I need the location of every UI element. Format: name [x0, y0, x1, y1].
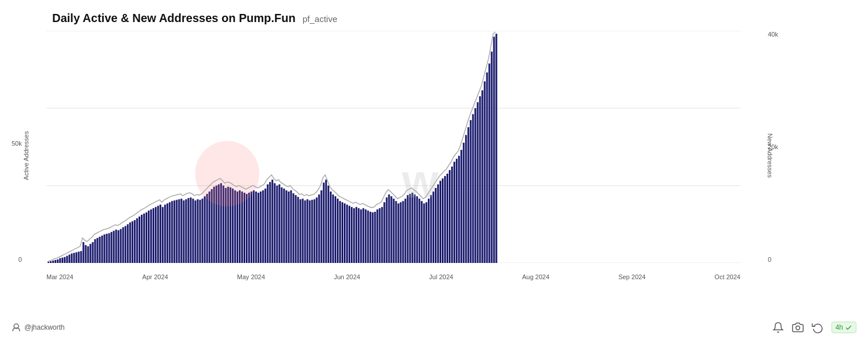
svg-rect-48	[150, 210, 152, 263]
svg-rect-23	[92, 242, 93, 263]
svg-rect-50	[155, 207, 157, 263]
svg-rect-166	[426, 202, 427, 263]
time-badge[interactable]: 4h	[831, 322, 856, 333]
svg-rect-7	[55, 260, 56, 263]
svg-rect-123	[325, 179, 327, 263]
svg-rect-43	[139, 217, 140, 263]
svg-rect-39	[129, 222, 131, 263]
svg-rect-191	[484, 81, 485, 263]
svg-rect-16	[75, 253, 77, 263]
svg-rect-56	[169, 202, 170, 263]
svg-rect-55	[166, 203, 168, 263]
svg-rect-20	[85, 245, 86, 263]
toolbar[interactable]: 4h	[772, 322, 856, 333]
svg-rect-69	[199, 200, 201, 263]
active-bars	[48, 34, 497, 263]
author-name: @jhackworth	[24, 323, 65, 331]
svg-rect-149	[386, 197, 387, 263]
chart-subtitle: pf_active	[303, 14, 337, 24]
check-icon	[845, 324, 852, 331]
svg-rect-121	[321, 190, 322, 263]
svg-rect-110	[295, 195, 297, 263]
refresh-icon[interactable]	[812, 322, 823, 333]
svg-rect-112	[300, 199, 302, 263]
annotation-blob	[195, 141, 260, 207]
svg-rect-139	[362, 208, 364, 263]
chart-area: 50k 0 Active Addresses 40k 20k 0 New Add…	[46, 31, 740, 280]
svg-rect-174	[444, 176, 446, 263]
svg-rect-6	[52, 261, 54, 263]
svg-rect-193	[488, 63, 490, 263]
svg-rect-195	[493, 37, 495, 263]
svg-rect-72	[206, 194, 208, 263]
svg-rect-132	[346, 204, 348, 263]
svg-rect-32	[113, 231, 115, 263]
svg-rect-13	[68, 255, 70, 263]
svg-rect-178	[453, 162, 455, 263]
svg-rect-106	[285, 190, 287, 263]
svg-rect-142	[369, 212, 371, 263]
svg-rect-140	[365, 210, 366, 263]
svg-rect-46	[146, 212, 147, 263]
footer: @jhackworth 4h	[12, 322, 856, 333]
svg-rect-185	[470, 120, 471, 263]
bell-icon[interactable]	[772, 322, 784, 333]
svg-rect-147	[381, 207, 383, 263]
svg-rect-188	[477, 102, 478, 263]
svg-rect-59	[176, 200, 177, 263]
svg-rect-66	[192, 199, 194, 263]
svg-rect-49	[152, 208, 154, 263]
svg-rect-57	[171, 201, 173, 263]
svg-rect-108	[290, 190, 292, 263]
svg-rect-189	[479, 96, 481, 263]
svg-rect-99	[269, 182, 271, 263]
x-tick-mar: Mar 2024	[46, 273, 73, 280]
svg-rect-152	[393, 199, 394, 263]
svg-rect-40	[132, 221, 133, 263]
svg-rect-60	[178, 199, 180, 263]
x-tick-jul: Jul 2024	[429, 273, 453, 280]
y-left-axis-label: Active Addresses	[23, 131, 30, 180]
svg-rect-164	[421, 201, 423, 263]
svg-rect-21	[87, 246, 89, 263]
svg-rect-27	[101, 236, 103, 263]
svg-rect-190	[481, 91, 483, 263]
svg-rect-163	[419, 199, 420, 263]
svg-rect-155	[400, 202, 402, 263]
svg-rect-33	[115, 230, 117, 263]
y-right-axis-label: New Addresses	[767, 134, 773, 178]
svg-rect-128	[337, 199, 339, 263]
svg-rect-111	[297, 197, 299, 263]
y-right-tick-0: 0	[768, 256, 771, 263]
svg-rect-25	[97, 238, 99, 263]
svg-rect-175	[446, 174, 448, 263]
svg-rect-130	[342, 202, 343, 263]
svg-rect-42	[136, 218, 138, 263]
svg-rect-124	[328, 186, 329, 263]
camera-icon[interactable]	[792, 322, 804, 333]
y-left-tick-0: 0	[19, 256, 22, 263]
chart-container: Daily Active & New Addresses on Pump.Fun…	[0, 0, 868, 339]
svg-rect-9	[59, 258, 61, 263]
x-tick-oct: Oct 2024	[714, 273, 740, 280]
svg-rect-173	[442, 178, 444, 263]
svg-rect-17	[78, 252, 79, 263]
svg-rect-113	[302, 199, 304, 263]
svg-rect-37	[125, 226, 126, 263]
svg-rect-70	[202, 199, 204, 263]
svg-rect-150	[388, 194, 390, 263]
svg-rect-115	[307, 199, 308, 263]
svg-rect-58	[173, 200, 175, 263]
svg-rect-186	[472, 114, 474, 263]
svg-rect-136	[355, 207, 357, 263]
svg-rect-192	[486, 73, 488, 263]
svg-rect-98	[267, 185, 268, 263]
svg-rect-137	[358, 208, 359, 263]
author-avatar-icon	[12, 323, 21, 332]
svg-rect-47	[148, 211, 150, 263]
svg-rect-51	[157, 206, 159, 263]
svg-rect-89	[246, 194, 248, 263]
svg-rect-44	[141, 215, 143, 263]
svg-rect-143	[372, 212, 373, 263]
chart-title-area: Daily Active & New Addresses on Pump.Fun…	[46, 12, 740, 25]
